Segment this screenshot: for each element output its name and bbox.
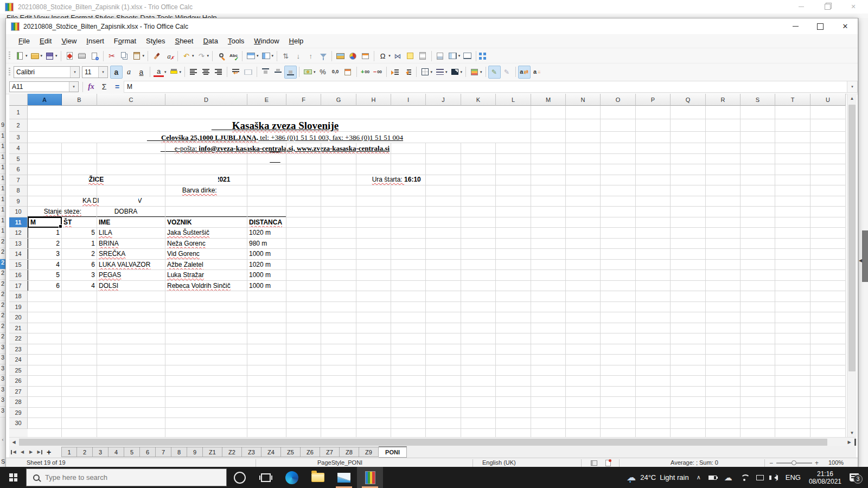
cell-D16[interactable]: Luka Stražar	[165, 270, 247, 281]
insert-chart-button[interactable]	[347, 49, 359, 62]
text-horizontal-button[interactable]: a	[518, 66, 531, 79]
align-center-button[interactable]	[200, 66, 212, 79]
column-header-N[interactable]: N	[566, 94, 601, 106]
sheet-tab-5[interactable]: 5	[124, 447, 140, 457]
export-pdf-button[interactable]	[63, 49, 76, 62]
cell-ura-starta[interactable]: Ura štarta: 16:10	[356, 164, 422, 175]
row-header-20[interactable]: 20	[9, 312, 28, 323]
number-button[interactable]: 0,0	[329, 66, 342, 79]
column-header-T[interactable]: T	[775, 94, 810, 106]
cut-button[interactable]: ✂	[106, 49, 118, 62]
split-handle[interactable]	[854, 439, 856, 446]
scroll-down-button[interactable]: ▼	[847, 428, 857, 437]
sheet-tab-z4[interactable]: Z4	[261, 447, 281, 457]
row-header-25[interactable]: 25	[9, 365, 28, 376]
zoom-in-button[interactable]: +	[815, 459, 819, 467]
column-header-R[interactable]: R	[706, 94, 741, 106]
decrease-indent-button[interactable]	[401, 66, 414, 79]
sheet-tab-z1[interactable]: Z1	[203, 447, 222, 457]
menu-tools[interactable]: Tools	[223, 35, 249, 47]
menu-data[interactable]: Data	[198, 35, 222, 47]
function-wizard-button[interactable]: fx	[85, 81, 98, 92]
clock-button[interactable]: 21:1608/08/2021	[805, 467, 846, 488]
sort-ascending-button[interactable]: ↓	[292, 49, 304, 62]
menu-file[interactable]: File	[14, 35, 35, 47]
column-header-L[interactable]: L	[496, 94, 531, 106]
wifi-button[interactable]	[736, 467, 752, 488]
sheet-tab-z3[interactable]: Z3	[242, 447, 261, 457]
titlebar[interactable]: 20210808_Stožice_Bilten_Zapisnik.xlsx - …	[6, 18, 858, 35]
column-header-O[interactable]: O	[601, 94, 636, 106]
formula-button[interactable]: =	[111, 81, 124, 92]
text-vertical-button[interactable]: a	[531, 66, 543, 79]
row-header-4[interactable]: 4	[9, 143, 28, 154]
search-input[interactable]	[44, 473, 198, 482]
sheet-tab-z7[interactable]: Z7	[320, 447, 340, 457]
row-header-9[interactable]: 9	[9, 196, 28, 207]
cast-button[interactable]	[752, 467, 768, 488]
cell-B15[interactable]: 6	[62, 260, 97, 271]
previous-sheet-button[interactable]: ◀	[18, 446, 27, 458]
taskbar-search[interactable]	[26, 468, 227, 486]
scroll-up-button[interactable]: ▲	[847, 94, 857, 102]
clear-formatting-button[interactable]: a	[163, 49, 175, 62]
mail-button[interactable]	[331, 467, 357, 488]
row-header-29[interactable]: 29	[9, 408, 28, 419]
formula-input[interactable]: M	[124, 81, 847, 93]
sort-descending-button[interactable]: ↑	[304, 49, 317, 62]
column-header-S[interactable]: S	[741, 94, 775, 106]
column-header-I[interactable]: I	[391, 94, 426, 106]
close-button[interactable]: ✕	[833, 18, 858, 34]
scroll-right-button[interactable]: ▶	[845, 438, 854, 446]
cell-A11[interactable]: M	[28, 217, 62, 228]
left-to-right-button[interactable]: ✎	[488, 66, 501, 79]
menu-sheet[interactable]: Sheet	[170, 35, 198, 47]
background-window-titlebar[interactable]: 20210808_Stožice_Bilten_Zapisnik (1).xls…	[0, 0, 868, 14]
print-preview-button[interactable]	[88, 49, 101, 62]
row-header-7[interactable]: 7	[9, 175, 28, 186]
sheet-tab-8[interactable]: 8	[171, 447, 187, 457]
cell-A14[interactable]: 3	[28, 249, 62, 260]
headers-footers-button[interactable]	[417, 49, 429, 62]
draw-functions-button[interactable]	[478, 49, 491, 62]
find-replace-button[interactable]	[215, 49, 227, 62]
cell-E17[interactable]: 1000 m	[247, 281, 286, 292]
redo-button[interactable]: ↷▾	[195, 49, 210, 62]
cell-E16[interactable]: 1000 m	[247, 270, 286, 281]
increase-indent-button[interactable]	[389, 66, 401, 79]
battery-button[interactable]	[705, 467, 720, 488]
bg-minimize-button[interactable]	[789, 0, 814, 14]
underline-button[interactable]: a	[135, 66, 148, 79]
cell-A17[interactable]: 6	[28, 281, 62, 292]
column-header-A[interactable]: A	[28, 94, 62, 106]
date-button[interactable]	[342, 66, 354, 79]
row-header-3[interactable]: 3	[9, 132, 28, 143]
cell-barva-dirke[interactable]: Barva dirke:	[167, 175, 218, 185]
chevron-down-icon[interactable]: ▾	[98, 67, 107, 78]
autofilter-button[interactable]	[317, 49, 329, 62]
cell-promo[interactable]: PROMOCIJSKA DIRKA PONIJEV	[28, 185, 143, 196]
align-top-button[interactable]	[259, 66, 272, 79]
trio-office-button[interactable]	[357, 467, 383, 488]
cell-st-dirke[interactable]: Št. dirke: PONI	[28, 175, 88, 185]
special-character-button[interactable]: Ω▾	[376, 49, 392, 62]
selection-handle[interactable]	[59, 224, 62, 228]
cell-D12[interactable]: Jaka Šušteršič	[165, 228, 247, 239]
hyperlink-button[interactable]: ⋈	[392, 49, 404, 62]
language-status[interactable]: English (UK)	[482, 459, 516, 466]
add-sheet-button[interactable]: +	[44, 446, 54, 458]
menu-insert[interactable]: Insert	[81, 35, 109, 47]
row-header-27[interactable]: 27	[9, 387, 28, 397]
expand-formula-bar-button[interactable]: ▾	[847, 81, 858, 93]
volume-button[interactable]	[768, 467, 782, 488]
menu-help[interactable]: Help	[284, 35, 309, 47]
print-area-button[interactable]	[434, 49, 446, 62]
row-header-6[interactable]: 6	[9, 164, 28, 175]
start-button[interactable]	[0, 467, 26, 488]
chevron-down-icon[interactable]: ▾	[69, 82, 78, 92]
column-header-J[interactable]: J	[426, 94, 461, 106]
cell-E13[interactable]: 980 m	[247, 239, 286, 249]
cell-D17[interactable]: Rebeca Voldrih Sinčič	[165, 281, 247, 292]
sheet-tab-z6[interactable]: Z6	[301, 447, 320, 457]
cortana-button[interactable]	[227, 467, 253, 488]
